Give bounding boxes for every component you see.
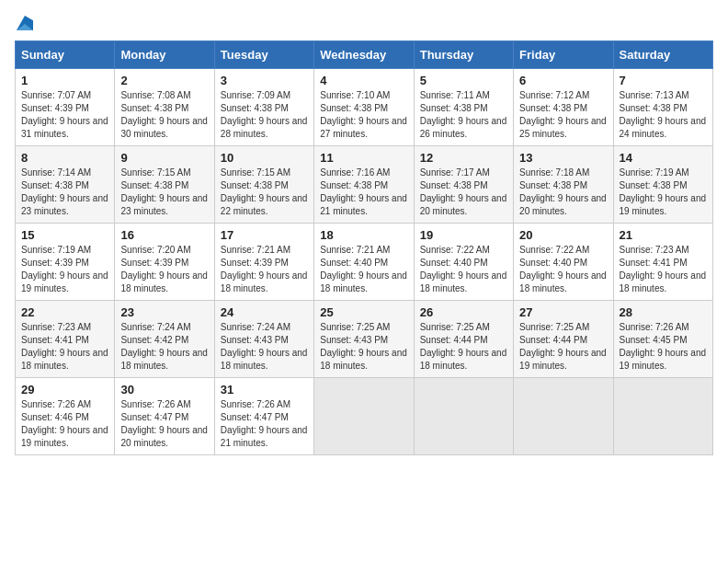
day-info: Sunrise: 7:14 AMSunset: 4:38 PMDaylight:…: [21, 167, 108, 216]
day-number: 14: [620, 151, 707, 165]
calendar-cell: 21 Sunrise: 7:23 AMSunset: 4:41 PMDaylig…: [613, 224, 712, 301]
day-info: Sunrise: 7:17 AMSunset: 4:38 PMDaylight:…: [420, 167, 507, 216]
calendar-cell: 17 Sunrise: 7:21 AMSunset: 4:39 PMDaylig…: [214, 224, 313, 301]
day-number: 25: [320, 305, 407, 319]
day-number: 24: [221, 305, 308, 319]
calendar-week-row: 1 Sunrise: 7:07 AMSunset: 4:39 PMDayligh…: [16, 69, 713, 146]
page-header: [15, 15, 713, 31]
calendar-cell: 8 Sunrise: 7:14 AMSunset: 4:38 PMDayligh…: [16, 146, 115, 224]
day-info: Sunrise: 7:12 AMSunset: 4:38 PMDaylight:…: [519, 90, 607, 139]
calendar-cell: 7 Sunrise: 7:13 AMSunset: 4:38 PMDayligh…: [613, 69, 712, 146]
day-info: Sunrise: 7:08 AMSunset: 4:38 PMDaylight:…: [120, 90, 208, 139]
day-info: Sunrise: 7:21 AMSunset: 4:40 PMDaylight:…: [320, 245, 407, 293]
day-number: 29: [21, 383, 108, 396]
day-info: Sunrise: 7:20 AMSunset: 4:39 PMDaylight:…: [120, 245, 208, 293]
calendar-cell: 11 Sunrise: 7:16 AMSunset: 4:38 PMDaylig…: [314, 146, 414, 224]
day-info: Sunrise: 7:16 AMSunset: 4:38 PMDaylight:…: [320, 167, 407, 216]
calendar-cell: 18 Sunrise: 7:21 AMSunset: 4:40 PMDaylig…: [314, 224, 414, 301]
calendar-day-header: Monday: [115, 41, 214, 69]
day-number: 15: [21, 228, 108, 242]
calendar-cell: [414, 378, 513, 455]
logo: [15, 15, 33, 31]
day-info: Sunrise: 7:15 AMSunset: 4:38 PMDaylight:…: [120, 167, 208, 216]
day-info: Sunrise: 7:07 AMSunset: 4:39 PMDaylight:…: [21, 90, 108, 139]
day-info: Sunrise: 7:15 AMSunset: 4:38 PMDaylight:…: [221, 167, 308, 216]
calendar-day-header: Tuesday: [214, 41, 313, 69]
calendar-week-row: 29 Sunrise: 7:26 AMSunset: 4:46 PMDaylig…: [16, 378, 713, 455]
calendar-cell: 6 Sunrise: 7:12 AMSunset: 4:38 PMDayligh…: [514, 69, 613, 146]
day-number: 21: [620, 228, 707, 242]
day-number: 7: [620, 74, 707, 87]
day-info: Sunrise: 7:09 AMSunset: 4:38 PMDaylight:…: [221, 90, 308, 139]
logo-icon: [17, 15, 33, 31]
day-number: 1: [21, 74, 108, 87]
calendar-cell: [613, 378, 712, 455]
day-info: Sunrise: 7:22 AMSunset: 4:40 PMDaylight:…: [519, 245, 607, 293]
calendar-week-row: 15 Sunrise: 7:19 AMSunset: 4:39 PMDaylig…: [16, 224, 713, 301]
day-number: 2: [120, 74, 208, 87]
day-number: 20: [519, 228, 607, 242]
calendar-cell: 26 Sunrise: 7:25 AMSunset: 4:44 PMDaylig…: [414, 301, 513, 378]
calendar-cell: 13 Sunrise: 7:18 AMSunset: 4:38 PMDaylig…: [514, 146, 613, 224]
calendar-header-row: SundayMondayTuesdayWednesdayThursdayFrid…: [16, 41, 713, 69]
day-number: 6: [519, 74, 607, 87]
calendar-week-row: 22 Sunrise: 7:23 AMSunset: 4:41 PMDaylig…: [16, 301, 713, 378]
day-info: Sunrise: 7:19 AMSunset: 4:38 PMDaylight:…: [620, 167, 707, 216]
calendar-cell: 27 Sunrise: 7:25 AMSunset: 4:44 PMDaylig…: [514, 301, 613, 378]
day-info: Sunrise: 7:19 AMSunset: 4:39 PMDaylight:…: [21, 245, 108, 293]
day-number: 19: [420, 228, 507, 242]
calendar-cell: [314, 378, 414, 455]
calendar-day-header: Wednesday: [314, 41, 414, 69]
calendar-cell: 5 Sunrise: 7:11 AMSunset: 4:38 PMDayligh…: [414, 69, 513, 146]
day-info: Sunrise: 7:25 AMSunset: 4:44 PMDaylight:…: [420, 322, 507, 371]
day-number: 31: [221, 383, 308, 396]
calendar-cell: 2 Sunrise: 7:08 AMSunset: 4:38 PMDayligh…: [115, 69, 214, 146]
day-info: Sunrise: 7:25 AMSunset: 4:43 PMDaylight:…: [320, 322, 407, 371]
calendar-cell: 12 Sunrise: 7:17 AMSunset: 4:38 PMDaylig…: [414, 146, 513, 224]
day-number: 22: [21, 305, 108, 319]
day-number: 30: [120, 383, 208, 396]
day-info: Sunrise: 7:26 AMSunset: 4:47 PMDaylight:…: [221, 399, 308, 448]
day-info: Sunrise: 7:24 AMSunset: 4:43 PMDaylight:…: [221, 322, 308, 371]
day-number: 9: [120, 151, 208, 165]
calendar-day-header: Saturday: [613, 41, 712, 69]
calendar-day-header: Friday: [514, 41, 613, 69]
calendar-cell: 10 Sunrise: 7:15 AMSunset: 4:38 PMDaylig…: [214, 146, 313, 224]
day-info: Sunrise: 7:23 AMSunset: 4:41 PMDaylight:…: [620, 245, 707, 293]
day-number: 3: [221, 74, 308, 87]
calendar-cell: 25 Sunrise: 7:25 AMSunset: 4:43 PMDaylig…: [314, 301, 414, 378]
day-number: 10: [221, 151, 308, 165]
calendar-cell: 16 Sunrise: 7:20 AMSunset: 4:39 PMDaylig…: [115, 224, 214, 301]
calendar-cell: 22 Sunrise: 7:23 AMSunset: 4:41 PMDaylig…: [16, 301, 115, 378]
day-info: Sunrise: 7:21 AMSunset: 4:39 PMDaylight:…: [221, 245, 308, 293]
day-info: Sunrise: 7:26 AMSunset: 4:46 PMDaylight:…: [21, 399, 108, 448]
day-info: Sunrise: 7:25 AMSunset: 4:44 PMDaylight:…: [519, 322, 607, 371]
day-number: 23: [120, 305, 208, 319]
day-number: 28: [620, 305, 707, 319]
day-number: 13: [519, 151, 607, 165]
day-info: Sunrise: 7:26 AMSunset: 4:47 PMDaylight:…: [120, 399, 208, 448]
day-info: Sunrise: 7:10 AMSunset: 4:38 PMDaylight:…: [320, 90, 407, 139]
day-info: Sunrise: 7:18 AMSunset: 4:38 PMDaylight:…: [519, 167, 607, 216]
calendar-cell: 24 Sunrise: 7:24 AMSunset: 4:43 PMDaylig…: [214, 301, 313, 378]
day-number: 5: [420, 74, 507, 87]
day-info: Sunrise: 7:24 AMSunset: 4:42 PMDaylight:…: [120, 322, 208, 371]
day-number: 12: [420, 151, 507, 165]
day-number: 8: [21, 151, 108, 165]
day-info: Sunrise: 7:23 AMSunset: 4:41 PMDaylight:…: [21, 322, 108, 371]
calendar-day-header: Sunday: [16, 41, 115, 69]
calendar-cell: 20 Sunrise: 7:22 AMSunset: 4:40 PMDaylig…: [514, 224, 613, 301]
day-number: 11: [320, 151, 407, 165]
calendar-cell: 14 Sunrise: 7:19 AMSunset: 4:38 PMDaylig…: [613, 146, 712, 224]
calendar-table: SundayMondayTuesdayWednesdayThursdayFrid…: [15, 40, 713, 455]
day-number: 18: [320, 228, 407, 242]
calendar-cell: 4 Sunrise: 7:10 AMSunset: 4:38 PMDayligh…: [314, 69, 414, 146]
day-info: Sunrise: 7:13 AMSunset: 4:38 PMDaylight:…: [620, 90, 707, 139]
calendar-cell: 28 Sunrise: 7:26 AMSunset: 4:45 PMDaylig…: [613, 301, 712, 378]
day-number: 4: [320, 74, 407, 87]
day-number: 16: [120, 228, 208, 242]
day-info: Sunrise: 7:22 AMSunset: 4:40 PMDaylight:…: [420, 245, 507, 293]
calendar-cell: 15 Sunrise: 7:19 AMSunset: 4:39 PMDaylig…: [16, 224, 115, 301]
calendar-cell: 23 Sunrise: 7:24 AMSunset: 4:42 PMDaylig…: [115, 301, 214, 378]
calendar-cell: 1 Sunrise: 7:07 AMSunset: 4:39 PMDayligh…: [16, 69, 115, 146]
